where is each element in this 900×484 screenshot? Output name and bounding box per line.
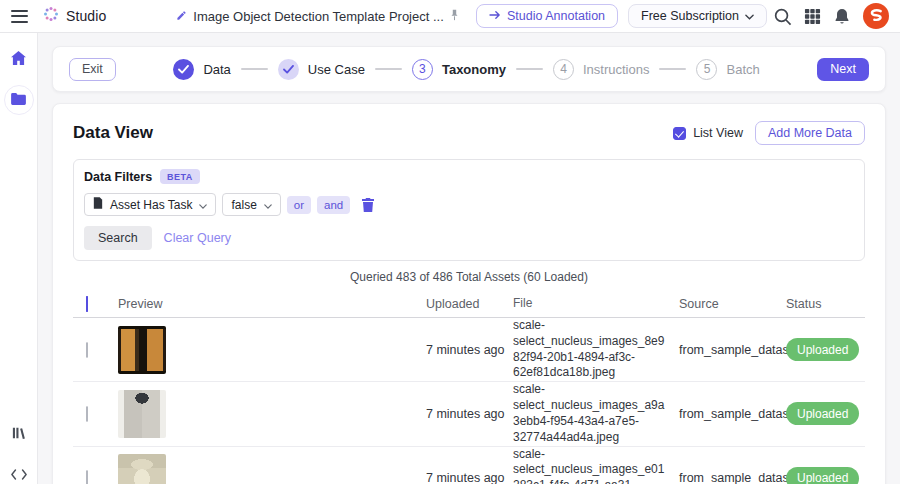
pencil-icon[interactable] [176,9,187,24]
filter-field-value: Asset Has Task [110,198,192,212]
code-icon [11,466,27,484]
status-badge: Uploaded [786,338,859,361]
step-number: 5 [696,59,717,80]
preview-thumbnail[interactable] [118,326,166,374]
chevron-down-icon [199,198,207,212]
table-row[interactable]: 7 minutes ago scale-select_nucleus_image… [73,318,865,382]
home-icon [11,51,26,69]
stepper-bar: Exit Data Use Case 3 Taxonomy [52,46,886,92]
bell-icon[interactable] [827,3,857,29]
preview-thumbnail[interactable] [118,390,166,438]
chevron-down-icon [745,9,754,23]
filter-field-select[interactable]: Asset Has Task [84,193,216,216]
step-connector [659,68,686,70]
filter-value-select[interactable]: false [222,193,280,216]
search-icon[interactable] [767,3,797,29]
step-label: Instructions [583,62,649,77]
query-summary: Queried 483 of 486 Total Assets (60 Load… [73,270,865,284]
sidebar-item-library[interactable] [4,420,34,450]
and-condition-button[interactable]: and [317,196,350,214]
studio-logo [43,6,59,26]
or-condition-button[interactable]: or [287,196,311,214]
pin-icon[interactable] [450,9,459,24]
step-label: Data [203,62,230,77]
add-more-data-button[interactable]: Add More Data [755,121,865,145]
header-preview[interactable]: Preview [118,297,426,311]
step-connector [241,68,268,70]
step-batch[interactable]: 5 Batch [696,59,759,80]
step-label: Use Case [308,62,365,77]
step-connector [375,68,402,70]
table-row[interactable]: 7 minutes ago scale-select_nucleus_image… [73,382,865,446]
list-view-label: List View [693,126,743,140]
step-label: Batch [726,62,759,77]
source-cell: from_sample_dataset [679,407,786,421]
document-icon [93,197,103,212]
step-number: 4 [553,59,574,80]
data-view-panel: Data View List View Add More Data Data F… [52,103,886,484]
select-all-checkbox[interactable] [86,296,88,312]
check-icon [278,59,299,80]
uploaded-cell: 7 minutes ago [426,407,513,421]
clear-query-link[interactable]: Clear Query [164,231,231,245]
header-file[interactable]: File [513,296,679,312]
left-sidebar [0,33,38,484]
filters-title: Data Filters [84,170,152,184]
filter-value: false [231,198,256,212]
sidebar-item-home[interactable] [4,45,34,75]
grid-icon[interactable] [797,3,827,29]
header-status[interactable]: Status [786,297,865,311]
header-uploaded[interactable]: Uploaded [426,297,513,311]
step-use-case[interactable]: Use Case [278,59,365,80]
brand-name: Studio [66,8,106,24]
trash-icon[interactable] [358,195,378,215]
studio-annotation-label: Studio Annotation [507,9,605,23]
step-number: 3 [412,59,433,80]
step-taxonomy[interactable]: 3 Taxonomy [412,59,506,80]
folder-icon [11,91,26,109]
project-title[interactable]: Image Object Detection Template Project … [176,9,459,24]
step-data[interactable]: Data [173,59,230,80]
row-checkbox[interactable] [86,470,88,484]
preview-thumbnail[interactable] [118,454,166,484]
arrow-right-icon [489,9,501,23]
page-title: Data View [73,123,153,143]
list-view-checkbox[interactable] [673,127,686,140]
step-instructions[interactable]: 4 Instructions [553,59,649,80]
main-content: Exit Data Use Case 3 Taxonomy [38,33,900,484]
table-row[interactable]: 7 minutes ago scale-select_nucleus_image… [73,447,865,484]
chevron-down-icon [264,198,272,212]
table-header: Preview Uploaded File Source Status [73,291,865,318]
check-icon [173,59,194,80]
file-cell: scale-select_nucleus_images_8e982f94-20b… [513,318,679,381]
hamburger-menu-icon[interactable] [11,10,28,23]
next-button[interactable]: Next [817,58,869,81]
scale-logo[interactable] [863,3,889,29]
step-label: Taxonomy [442,62,506,77]
sidebar-item-api[interactable] [4,460,34,484]
uploaded-cell: 7 minutes ago [426,343,513,357]
source-cell: from_sample_dataset [679,471,786,484]
data-filters-panel: Data Filters BETA Asset Has Task false [73,159,865,261]
status-badge: Uploaded [786,467,859,484]
brand[interactable]: Studio [43,6,106,26]
row-checkbox[interactable] [86,342,88,358]
table-body: 7 minutes ago scale-select_nucleus_image… [73,318,865,484]
uploaded-cell: 7 minutes ago [426,471,513,484]
file-cell: scale-select_nucleus_images_a9a3ebb4-f95… [513,382,679,445]
subscription-dropdown[interactable]: Free Subscription [628,4,767,28]
step-connector [516,68,543,70]
assets-table: Preview Uploaded File Source Status 7 mi… [73,291,865,484]
studio-annotation-button[interactable]: Studio Annotation [476,4,618,28]
file-cell: scale-select_nucleus_images_e01283c1-f4f… [513,447,679,484]
search-button[interactable]: Search [84,226,152,250]
status-badge: Uploaded [786,402,859,425]
sidebar-item-projects[interactable] [4,85,34,115]
subscription-label: Free Subscription [641,9,739,23]
project-title-text: Image Object Detection Template Project … [193,9,444,24]
header-source[interactable]: Source [679,297,786,311]
exit-button[interactable]: Exit [69,58,116,81]
list-view-toggle[interactable]: List View [673,126,743,140]
beta-badge: BETA [160,169,199,184]
row-checkbox[interactable] [86,406,88,422]
